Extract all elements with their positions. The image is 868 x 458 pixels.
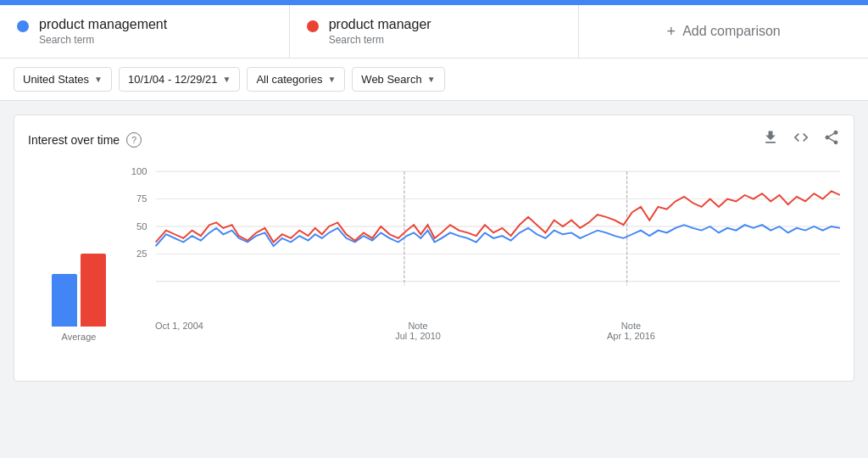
x-labels: Oct 1, 2004 NoteJul 1, 2010 NoteApr 1, 2… <box>130 321 840 346</box>
chart-card: Interest over time ? <box>14 114 854 382</box>
term1-text: product management Search term <box>39 17 167 46</box>
date-label: 10/1/04 - 12/29/21 <box>128 73 218 86</box>
search-type-filter[interactable]: Web Search ▼ <box>352 67 444 92</box>
term2-label: Search term <box>329 34 431 46</box>
trend-chart-container: 100 75 50 25 Oct 1, 2004 NoteJul 1, 2010 <box>130 164 840 367</box>
region-chevron-icon: ▼ <box>94 75 103 84</box>
category-chevron-icon: ▼ <box>327 75 336 84</box>
chart-header: Interest over time ? <box>28 129 840 150</box>
chart-sidebar: Average <box>28 164 130 367</box>
x-note-1: NoteJul 1, 2010 <box>395 321 441 341</box>
term1-label: Search term <box>39 34 167 46</box>
average-label: Average <box>62 332 97 342</box>
x-label-start: Oct 1, 2004 <box>155 321 203 331</box>
add-comparison-card[interactable]: + Add comparison <box>579 5 868 58</box>
category-filter[interactable]: All categories ▼ <box>247 67 345 92</box>
add-comparison-label: Add comparison <box>682 24 781 39</box>
svg-text:50: 50 <box>136 221 147 231</box>
date-filter[interactable]: 10/1/04 - 12/29/21 ▼ <box>119 67 240 92</box>
term2-name: product manager <box>329 17 431 32</box>
search-type-label: Web Search <box>361 73 421 86</box>
trend-chart-svg: 100 75 50 25 <box>130 164 840 321</box>
x-note-2: NoteApr 1, 2016 <box>607 321 655 341</box>
search-terms-row: product management Search term product m… <box>0 5 868 59</box>
chart-title-group: Interest over time ? <box>28 132 142 148</box>
embed-icon[interactable] <box>793 129 810 150</box>
filters-row: United States ▼ 10/1/04 - 12/29/21 ▼ All… <box>0 59 868 101</box>
date-chevron-icon: ▼ <box>222 75 231 84</box>
svg-text:25: 25 <box>136 249 147 259</box>
search-term-card-2: product manager Search term <box>290 5 580 58</box>
chart-actions <box>762 129 840 150</box>
bar-term1 <box>52 274 77 327</box>
category-label: All categories <box>256 73 322 86</box>
region-filter[interactable]: United States ▼ <box>14 67 112 92</box>
main-content: Interest over time ? <box>0 101 868 395</box>
average-bar-group <box>52 225 106 327</box>
term1-name: product management <box>39 17 167 32</box>
share-icon[interactable] <box>823 129 840 150</box>
bar-term2 <box>81 254 106 327</box>
plus-icon: + <box>667 23 676 41</box>
help-icon[interactable]: ? <box>126 132 142 148</box>
term2-text: product manager Search term <box>329 17 431 46</box>
svg-text:100: 100 <box>131 166 147 176</box>
term1-dot <box>17 20 29 32</box>
search-type-chevron-icon: ▼ <box>427 75 436 84</box>
term2-dot <box>307 20 319 32</box>
chart-body: Average 100 75 50 25 <box>28 164 840 367</box>
region-label: United States <box>23 73 89 86</box>
chart-title: Interest over time <box>28 133 120 147</box>
download-icon[interactable] <box>762 129 779 150</box>
svg-text:75: 75 <box>136 194 147 204</box>
search-term-card-1: product management Search term <box>0 5 290 58</box>
